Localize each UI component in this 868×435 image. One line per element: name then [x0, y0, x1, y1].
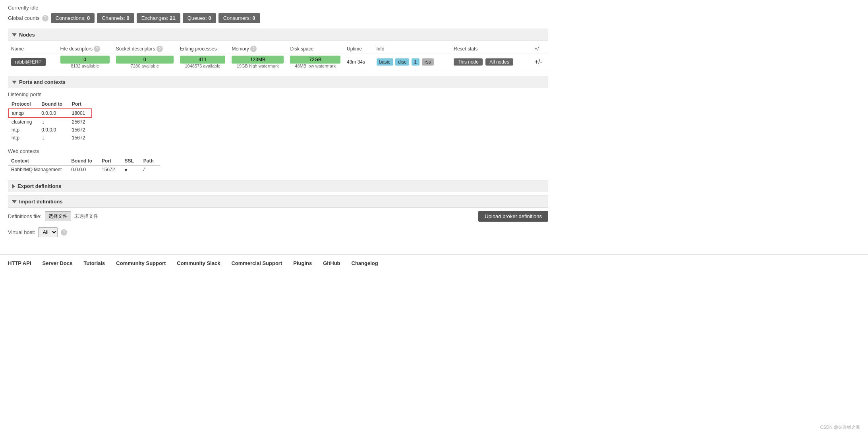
nodes-collapse-icon: [12, 33, 17, 37]
vhost-row: Virtual host: All / ?: [8, 227, 548, 237]
export-collapse-icon: [12, 184, 15, 189]
port-row-http1: http 0.0.0.0 15672: [8, 126, 92, 134]
queues-count: 0: [208, 15, 211, 21]
port-num-amqp: 18001: [69, 109, 92, 118]
nodes-table: Name File descriptors ? Socket descripto…: [8, 44, 548, 70]
nodes-section-header[interactable]: Nodes: [8, 29, 548, 41]
web-context-name: RabbitMQ Management: [8, 166, 68, 174]
node-erlang-cell: 411 1048576 available: [177, 54, 229, 70]
definitions-label: Definitions file:: [8, 213, 42, 219]
node-reset-cell: This node All nodes: [450, 54, 532, 70]
socket-desc-help[interactable]: ?: [157, 46, 163, 52]
col-memory: Memory ?: [228, 44, 287, 54]
node-disk-value: 72GB: [290, 56, 340, 64]
node-socket-desc-cell: 0 7280 available: [113, 54, 177, 70]
col-info: Info: [373, 44, 451, 54]
ports-col-protocol: Protocol: [8, 100, 38, 109]
footer-link-github[interactable]: GitHub: [323, 260, 340, 266]
file-desc-help[interactable]: ?: [94, 46, 100, 52]
vhost-label: Virtual host:: [8, 229, 35, 235]
port-num-http1: 15672: [69, 126, 92, 134]
import-section-header[interactable]: Import definitions: [8, 195, 548, 208]
web-context-path: /: [140, 166, 160, 174]
ports-col-bound: Bound to: [38, 100, 69, 109]
vhost-help-icon[interactable]: ?: [61, 229, 67, 236]
queues-button[interactable]: Queues: 0: [183, 13, 216, 23]
node-erlang-value: 411: [180, 56, 226, 64]
footer-link-community-support[interactable]: Community Support: [116, 260, 166, 266]
consumers-button[interactable]: Consumers: 0: [218, 13, 260, 23]
badge-rss[interactable]: rss: [422, 58, 434, 66]
vhost-select[interactable]: All /: [38, 227, 58, 237]
port-protocol-http1: http: [8, 126, 38, 134]
nodes-section-title: Nodes: [19, 32, 35, 38]
port-row-amqp: amqp 0.0.0.0 18001: [8, 109, 92, 118]
node-plus-minus-cell: +/-: [532, 54, 548, 70]
web-contexts-title: Web contexts: [8, 148, 548, 154]
node-memory-value: 123MB: [232, 56, 284, 64]
badge-basic[interactable]: basic: [377, 58, 393, 66]
listening-ports-table: Protocol Bound to Port amqp 0.0.0.0 1800…: [8, 100, 92, 142]
badge-num: 1: [412, 58, 420, 66]
ports-section-title: Ports and contexts: [19, 79, 66, 85]
ports-section: Listening ports Protocol Bound to Port a…: [8, 91, 548, 174]
col-disk: Disk space: [287, 44, 344, 54]
global-counts-label: Global counts: [8, 15, 40, 21]
channels-count: 0: [126, 15, 129, 21]
import-collapse-icon: [12, 200, 17, 203]
port-bound-http2: ::: [38, 134, 69, 142]
port-bound-http1: 0.0.0.0: [38, 126, 69, 134]
port-num-clustering: 25672: [69, 118, 92, 126]
footer-link-community-slack[interactable]: Community Slack: [177, 260, 220, 266]
node-uptime-cell: 43m 34s: [344, 54, 373, 70]
port-protocol-clustering: clustering: [8, 118, 38, 126]
col-file-desc: File descriptors ?: [57, 44, 113, 54]
port-row-clustering: clustering :: 25672: [8, 118, 92, 126]
ports-section-header[interactable]: Ports and contexts: [8, 76, 548, 88]
badge-disc[interactable]: disc: [395, 58, 409, 66]
node-file-desc-avail: 8192 available: [60, 64, 110, 68]
node-socket-desc-avail: 7280 available: [116, 64, 174, 68]
ports-collapse-icon: [12, 81, 17, 84]
exchanges-button[interactable]: Exchanges: 21: [137, 13, 180, 23]
port-bound-amqp: 0.0.0.0: [38, 109, 69, 118]
footer-link-commercial-support[interactable]: Commercial Support: [231, 260, 282, 266]
count-buttons-group: Connections: 0 Channels: 0 Exchanges: 21…: [51, 13, 260, 23]
import-section-title: Import definitions: [19, 199, 63, 205]
channels-button[interactable]: Channels: 0: [97, 13, 134, 23]
status-idle: Currently idle: [8, 5, 548, 11]
node-name-button[interactable]: rabbit@ERP: [11, 58, 46, 66]
reset-this-node-button[interactable]: This node: [454, 58, 483, 66]
choose-file-button[interactable]: 选择文件: [45, 211, 71, 221]
footer-link-server-docs[interactable]: Server Docs: [43, 260, 73, 266]
footer: HTTP API Server Docs Tutorials Community…: [0, 254, 868, 272]
footer-link-plugins[interactable]: Plugins: [293, 260, 312, 266]
footer-link-changelog[interactable]: Changelog: [352, 260, 378, 266]
col-erlang: Erlang processes: [177, 44, 229, 54]
col-name: Name: [8, 44, 57, 54]
node-row: rabbit@ERP 0 8192 available 0 7280 avail…: [8, 54, 548, 70]
node-erlang-avail: 1048576 available: [180, 64, 226, 68]
no-file-chosen-label: 未选择文件: [74, 213, 98, 220]
footer-link-http-api[interactable]: HTTP API: [8, 260, 31, 266]
port-num-http2: 15672: [69, 134, 92, 142]
col-plus-minus: +/-: [532, 44, 548, 54]
upload-definitions-button[interactable]: Upload broker definitions: [478, 211, 548, 222]
export-section-header[interactable]: Export definitions: [8, 180, 548, 192]
col-reset: Reset stats: [450, 44, 532, 54]
reset-all-nodes-button[interactable]: All nodes: [485, 58, 513, 66]
node-file-desc-cell: 0 8192 available: [57, 54, 113, 70]
port-row-http2: http :: 15672: [8, 134, 92, 142]
import-section-content: Definitions file: 选择文件 未选择文件 Upload brok…: [8, 211, 548, 237]
plus-minus-icon[interactable]: +/-: [535, 58, 542, 65]
connections-count: 0: [87, 15, 90, 21]
global-counts-help-icon[interactable]: ?: [42, 15, 48, 21]
web-col-context: Context: [8, 157, 68, 166]
footer-link-tutorials[interactable]: Tutorials: [83, 260, 105, 266]
ports-col-port: Port: [69, 100, 92, 109]
export-section-title: Export definitions: [17, 183, 62, 189]
exchanges-count: 21: [170, 15, 175, 21]
connections-button[interactable]: Connections: 0: [51, 13, 95, 23]
memory-help[interactable]: ?: [250, 46, 257, 52]
definitions-file-row: Definitions file: 选择文件 未选择文件 Upload brok…: [8, 211, 548, 222]
